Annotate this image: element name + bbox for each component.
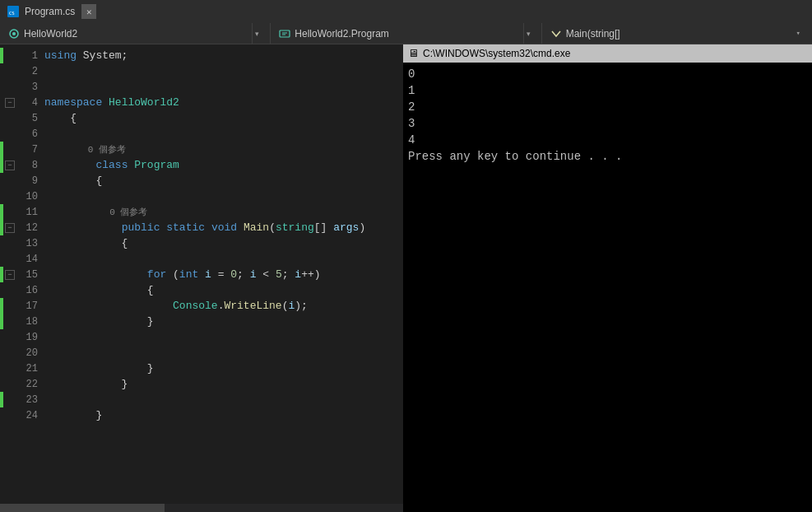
code-line-2 [44,63,403,79]
code-line-6 [44,126,403,142]
code-line-14 [44,251,403,267]
method-selector[interactable]: Main(string[] ▾ [542,28,812,40]
collapse-btn-8[interactable]: − [5,161,15,170]
main-area: 1 2 3 − 4 5 [0,44,812,512]
cmd-title-text: C:\WINDOWS\system32\cmd.exe [423,48,807,59]
code-line-19 [44,329,403,345]
right-nav-dropdown[interactable]: ▾ [523,23,533,44]
class-icon [279,28,290,40]
code-line-20 [44,345,403,361]
cmd-line-1: 1 [408,82,807,99]
file-cs-icon: cs [7,5,20,18]
code-line-24: } [44,407,403,423]
gutter-line-22: 22 [0,376,44,392]
green-bar-17 [0,298,3,314]
line-gutter: 1 2 3 − 4 5 [0,44,44,512]
editor-scrollbar-thumb[interactable] [0,504,165,512]
gutter-line-23: 23 [0,392,44,407]
cmd-icon: 🖥 [408,48,419,60]
class-selector[interactable]: HelloWorld2.Program ▾ [271,23,541,44]
gutter-line-14: 14 [0,251,44,267]
cmd-output: 0 1 2 3 4 Press any key to continue . . … [403,63,812,512]
code-line-13: { [44,235,403,251]
code-line-8: class Program [44,157,403,173]
green-bar-12 [0,220,3,235]
far-right-nav-text: Main(string[] [566,28,620,40]
namespace-selector[interactable]: HelloWorld2 ▾ [0,23,271,44]
code-line-3 [44,79,403,95]
code-line-23 [44,392,403,407]
cmd-line-4: 4 [408,132,807,148]
green-bar-7 [0,142,3,157]
gutter-line-12: − 12 [0,220,44,235]
method-icon [550,28,562,40]
far-right-dropdown[interactable]: ▾ [793,29,804,38]
code-editor[interactable]: 1 2 3 − 4 5 [0,44,403,512]
gutter-line-13: 13 [0,235,44,251]
gutter-line-20: 20 [0,345,44,361]
gutter-line-6: 6 [0,126,44,142]
svg-text:cs: cs [9,9,15,16]
gutter-line-2: 2 [0,63,44,79]
code-content[interactable]: using System; namespace HelloWorld2 { 0 … [44,44,403,512]
gutter-line-5: 5 [0,110,44,126]
gutter-line-15: − 15 [0,267,44,282]
gutter-line-10: 10 [0,189,44,204]
gutter-line-4: − 4 [0,95,44,110]
cmd-line-0: 0 [408,66,807,82]
code-line-7-ref: 0 個参考 [44,142,403,157]
code-line-21: } [44,361,403,376]
cmd-title-bar[interactable]: 🖥 C:\WINDOWS\system32\cmd.exe [403,44,812,63]
close-tab-button[interactable]: ✕ [81,4,96,19]
collapse-btn-12[interactable]: − [5,223,15,233]
collapse-btn-4[interactable]: − [5,98,15,108]
code-line-16: { [44,282,403,298]
svg-point-4 [12,32,16,35]
gutter-line-3: 3 [0,79,44,95]
gutter-line-21: 21 [0,361,44,376]
code-line-4: namespace HelloWorld2 [44,95,403,110]
gutter-line-7: 7 [0,142,44,157]
green-bar-15 [0,267,3,282]
gutter-line-11: 11 [0,204,44,220]
cmd-line-3: 3 [408,115,807,132]
code-line-9: { [44,173,403,189]
green-bar-23 [0,392,3,407]
nav-bar: HelloWorld2 ▾ HelloWorld2.Program ▾ Main… [0,23,812,44]
tab-filename[interactable]: Program.cs [25,6,75,17]
green-bar-18 [0,314,3,329]
code-line-5: { [44,110,403,126]
gutter-line-17: 17 [0,298,44,314]
collapse-btn-15[interactable]: − [5,270,15,280]
svg-rect-9 [550,28,562,40]
namespace-icon [8,28,20,40]
code-line-18: } [44,314,403,329]
green-bar-8 [0,157,3,173]
gutter-line-19: 19 [0,329,44,345]
right-nav-text: HelloWorld2.Program [295,28,518,40]
gutter-line-24: 24 [0,407,44,423]
title-bar: cs Program.cs ✕ [0,0,812,23]
gutter-line-18: 18 [0,314,44,329]
gutter-line-9: 9 [0,173,44,189]
svg-rect-6 [280,30,290,37]
code-line-17: Console.WriteLine(i); [44,298,403,314]
gutter-line-8: − 8 [0,157,44,173]
cmd-line-5: Press any key to continue . . . [408,148,807,165]
svg-rect-5 [279,28,290,40]
gutter-line-16: 16 [0,282,44,298]
code-line-15: for (int i = 0; i < 5; i++) [44,267,403,282]
code-line-12: public static void Main(string[] args) [44,220,403,235]
green-bar-11 [0,204,3,220]
left-nav-text: HelloWorld2 [24,28,248,40]
code-line-11-ref: 0 個参考 [44,204,403,220]
code-line-1: using System; [44,48,403,63]
left-nav-dropdown[interactable]: ▾ [252,23,262,44]
code-line-10 [44,189,403,204]
code-line-22: } [44,376,403,392]
editor-scrollbar[interactable] [0,504,403,512]
cmd-window: 🖥 C:\WINDOWS\system32\cmd.exe 0 1 2 3 4 … [403,44,812,512]
green-bar-1 [0,48,3,63]
gutter-line-1: 1 [0,48,44,63]
cmd-line-2: 2 [408,99,807,115]
